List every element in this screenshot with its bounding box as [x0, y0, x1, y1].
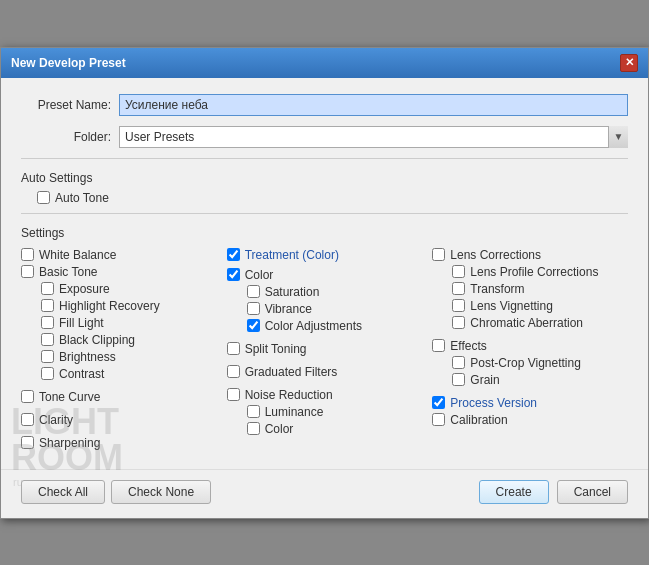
color-nr-label: Color — [265, 422, 294, 436]
preset-name-row: Preset Name: — [21, 94, 628, 116]
exposure-label: Exposure — [59, 282, 110, 296]
saturation-checkbox[interactable] — [247, 285, 260, 298]
vibrance-label: Vibrance — [265, 302, 312, 316]
folder-select[interactable]: User Presets — [119, 126, 628, 148]
luminance-label: Luminance — [265, 405, 324, 419]
watermark-line1: LIGHT — [11, 404, 123, 440]
basic-tone-label: Basic Tone — [39, 265, 97, 279]
effects-label: Effects — [450, 339, 486, 353]
color-nr-row: Color — [247, 422, 423, 436]
preset-name-label: Preset Name: — [21, 98, 111, 112]
lens-vignetting-row: Lens Vignetting — [452, 299, 628, 313]
lens-profile-corrections-checkbox[interactable] — [452, 265, 465, 278]
vibrance-checkbox[interactable] — [247, 302, 260, 315]
process-version-row: Process Version — [432, 396, 628, 410]
transform-label: Transform — [470, 282, 524, 296]
folder-label: Folder: — [21, 130, 111, 144]
color-row: Color — [227, 268, 423, 282]
treatment-color-row: Treatment (Color) — [227, 248, 423, 262]
folder-select-wrapper: User Presets ▼ — [119, 126, 628, 148]
saturation-label: Saturation — [265, 285, 320, 299]
split-toning-label: Split Toning — [245, 342, 307, 356]
settings-section-label: Settings — [21, 226, 628, 240]
lens-corrections-checkbox[interactable] — [432, 248, 445, 261]
effects-checkbox[interactable] — [432, 339, 445, 352]
cancel-button[interactable]: Cancel — [557, 480, 628, 504]
treatment-color-label: Treatment (Color) — [245, 248, 339, 262]
close-button[interactable]: ✕ — [620, 54, 638, 72]
vibrance-row: Vibrance — [247, 302, 423, 316]
highlight-recovery-row: Highlight Recovery — [41, 299, 217, 313]
transform-row: Transform — [452, 282, 628, 296]
auto-tone-checkbox[interactable] — [37, 191, 50, 204]
color-adjustments-checkbox[interactable] — [247, 319, 260, 332]
highlight-recovery-checkbox[interactable] — [41, 299, 54, 312]
basic-tone-row: Basic Tone — [21, 265, 217, 279]
noise-reduction-checkbox[interactable] — [227, 388, 240, 401]
check-none-button[interactable]: Check None — [111, 480, 211, 504]
black-clipping-label: Black Clipping — [59, 333, 135, 347]
auto-settings-section-label: Auto Settings — [21, 171, 628, 185]
basic-tone-checkbox[interactable] — [21, 265, 34, 278]
dialog-window: New Develop Preset ✕ Preset Name: Folder… — [0, 47, 649, 519]
brightness-checkbox[interactable] — [41, 350, 54, 363]
contrast-row: Contrast — [41, 367, 217, 381]
lens-vignetting-checkbox[interactable] — [452, 299, 465, 312]
lens-profile-corrections-row: Lens Profile Corrections — [452, 265, 628, 279]
dialog-footer: LIGHT ROOM ru Check All Check None Creat… — [1, 469, 648, 518]
noise-reduction-label: Noise Reduction — [245, 388, 333, 402]
title-bar: New Develop Preset ✕ — [1, 48, 648, 78]
white-balance-checkbox[interactable] — [21, 248, 34, 261]
graduated-filters-checkbox[interactable] — [227, 365, 240, 378]
split-toning-row: Split Toning — [227, 342, 423, 356]
black-clipping-row: Black Clipping — [41, 333, 217, 347]
brightness-row: Brightness — [41, 350, 217, 364]
preset-name-input[interactable] — [119, 94, 628, 116]
calibration-label: Calibration — [450, 413, 507, 427]
process-version-checkbox[interactable] — [432, 396, 445, 409]
treatment-color-checkbox[interactable] — [227, 248, 240, 261]
chromatic-aberration-row: Chromatic Aberration — [452, 316, 628, 330]
color-checkbox[interactable] — [227, 268, 240, 281]
folder-row: Folder: User Presets ▼ — [21, 126, 628, 148]
white-balance-row: White Balance — [21, 248, 217, 262]
transform-checkbox[interactable] — [452, 282, 465, 295]
lens-profile-corrections-label: Lens Profile Corrections — [470, 265, 598, 279]
color-adjustments-label: Color Adjustments — [265, 319, 362, 333]
watermark: LIGHT ROOM ru — [11, 404, 123, 488]
check-all-button[interactable]: Check All — [21, 480, 105, 504]
watermark-line2: ROOM — [11, 440, 123, 476]
luminance-row: Luminance — [247, 405, 423, 419]
color-nr-checkbox[interactable] — [247, 422, 260, 435]
graduated-filters-row: Graduated Filters — [227, 365, 423, 379]
black-clipping-checkbox[interactable] — [41, 333, 54, 346]
contrast-checkbox[interactable] — [41, 367, 54, 380]
brightness-label: Brightness — [59, 350, 116, 364]
split-toning-checkbox[interactable] — [227, 342, 240, 355]
auto-tone-label: Auto Tone — [55, 191, 109, 205]
settings-col3: Lens Corrections Lens Profile Correction… — [432, 248, 628, 453]
white-balance-label: White Balance — [39, 248, 116, 262]
grain-row: Grain — [452, 373, 628, 387]
contrast-label: Contrast — [59, 367, 104, 381]
lens-corrections-label: Lens Corrections — [450, 248, 541, 262]
luminance-checkbox[interactable] — [247, 405, 260, 418]
process-version-label: Process Version — [450, 396, 537, 410]
footer-left-buttons: Check All Check None — [21, 480, 211, 504]
chromatic-aberration-checkbox[interactable] — [452, 316, 465, 329]
window-title: New Develop Preset — [11, 56, 126, 70]
grain-checkbox[interactable] — [452, 373, 465, 386]
create-button[interactable]: Create — [479, 480, 549, 504]
fill-light-label: Fill Light — [59, 316, 104, 330]
color-label: Color — [245, 268, 274, 282]
lens-vignetting-label: Lens Vignetting — [470, 299, 553, 313]
exposure-checkbox[interactable] — [41, 282, 54, 295]
post-crop-vignetting-checkbox[interactable] — [452, 356, 465, 369]
calibration-checkbox[interactable] — [432, 413, 445, 426]
chromatic-aberration-label: Chromatic Aberration — [470, 316, 583, 330]
fill-light-checkbox[interactable] — [41, 316, 54, 329]
post-crop-vignetting-label: Post-Crop Vignetting — [470, 356, 581, 370]
auto-tone-row: Auto Tone — [37, 191, 628, 205]
saturation-row: Saturation — [247, 285, 423, 299]
fill-light-row: Fill Light — [41, 316, 217, 330]
